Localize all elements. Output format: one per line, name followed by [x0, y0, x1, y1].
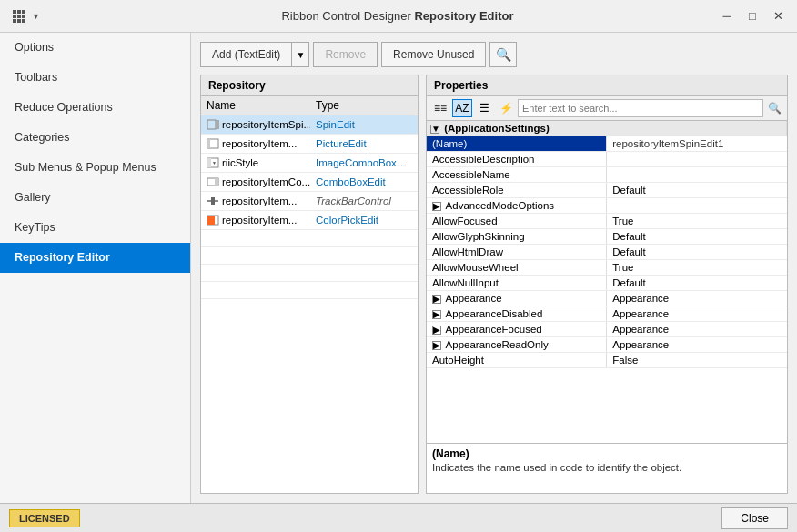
prop-name: AllowNullInput [427, 276, 607, 291]
props-row[interactable]: (Name) repositoryItemSpinEdit1 [427, 136, 787, 152]
expand-icon[interactable]: ▶ [432, 202, 441, 211]
repo-item-name: repositoryItem... [201, 135, 310, 154]
prop-value [607, 152, 787, 167]
properties-search-input[interactable] [518, 99, 763, 117]
expand-icon[interactable]: ▼ [430, 125, 439, 134]
sidebar-item-repository-editor[interactable]: Repository Editor [0, 243, 190, 273]
info-property-desc: Indicates the name used in code to ident… [432, 462, 782, 473]
svg-rect-0 [207, 120, 216, 129]
window-close-button[interactable]: ✕ [766, 6, 790, 26]
table-row[interactable]: repositoryItem... PictureEdit [201, 135, 418, 154]
table-row[interactable]: repositoryItem... TrackBarControl [201, 192, 418, 211]
right-panel: Add (TextEdit) ▼ Remove Remove Unused 🔍 … [191, 33, 797, 503]
prop-value: Appearance [607, 337, 787, 353]
expand-icon[interactable]: ▶ [432, 295, 441, 304]
svg-rect-2 [216, 125, 219, 129]
close-button[interactable]: Close [721, 507, 788, 529]
sidebar-item-categories[interactable]: Categories [0, 123, 190, 153]
prop-value: Appearance [607, 322, 787, 337]
table-row[interactable]: ▼ riicStyle ImageComboBoxEdit [201, 154, 418, 173]
prop-name: ▶ AppearanceReadOnly [427, 337, 607, 353]
sidebar-item-toolbars[interactable]: Toolbars [0, 63, 190, 93]
maximize-button[interactable]: □ [741, 6, 764, 26]
add-button[interactable]: Add (TextEdit) [200, 42, 291, 67]
repo-item-name: repositoryItemSpi... [201, 115, 310, 135]
prop-value: False [607, 353, 787, 368]
table-row [201, 247, 418, 265]
svg-rect-9 [215, 178, 218, 186]
table-row[interactable]: repositoryItemCo... ComboBoxEdit [201, 173, 418, 192]
props-row[interactable]: AccessibleRole Default [427, 183, 787, 198]
repository-header: Repository [201, 75, 418, 96]
prop-name: AllowMouseWheel [427, 260, 607, 276]
prop-value: True [607, 214, 787, 229]
props-row[interactable]: AllowGlyphSkinning Default [427, 229, 787, 245]
table-row[interactable]: repositoryItem... ColorPickEdit [201, 211, 418, 230]
expand-icon[interactable]: ▶ [432, 341, 441, 350]
expand-icon[interactable]: ▶ [432, 326, 441, 335]
main-toolbar: Add (TextEdit) ▼ Remove Remove Unused 🔍 [200, 42, 788, 67]
add-dropdown-arrow[interactable]: ▼ [291, 42, 309, 67]
list-icon: ☰ [479, 102, 489, 115]
prop-value: Appearance [607, 306, 787, 322]
prop-name: AllowHtmlDraw [427, 245, 607, 260]
props-row[interactable]: ▶ AppearanceFocused Appearance [427, 322, 787, 337]
remove-button[interactable]: Remove [313, 42, 378, 67]
title-bar: ▼ Ribbon Control Designer Repository Edi… [0, 0, 797, 33]
prop-name: AllowGlyphSkinning [427, 229, 607, 245]
props-row[interactable]: ▶ AppearanceReadOnly Appearance [427, 337, 787, 353]
grid-menu-button[interactable] [7, 6, 31, 26]
prop-name: AccessibleName [427, 167, 607, 183]
expand-icon[interactable]: ▶ [432, 310, 441, 319]
props-row[interactable]: AllowMouseWheel True [427, 260, 787, 276]
info-property-name: (Name) [432, 447, 782, 460]
svg-rect-13 [207, 216, 215, 225]
props-row[interactable]: AutoHeight False [427, 353, 787, 368]
prop-name: ▶ Appearance [427, 291, 607, 306]
sidebar-item-reduce-operations[interactable]: Reduce Operations [0, 93, 190, 123]
remove-unused-button[interactable]: Remove Unused [381, 42, 486, 67]
props-row[interactable]: ▶ AppearanceDisabled Appearance [427, 306, 787, 322]
props-row[interactable]: AllowNullInput Default [427, 276, 787, 291]
props-row[interactable]: ▶ AdvancedModeOptions [427, 198, 787, 214]
colorpick-icon [207, 214, 219, 226]
sidebar-item-submenus[interactable]: Sub Menus & Popup Menus [0, 153, 190, 183]
repo-item-type: ColorPickEdit [310, 211, 418, 230]
search-button[interactable]: 🔍 [489, 42, 517, 67]
svg-text:▼: ▼ [212, 160, 217, 166]
prop-name: AllowFocused [427, 214, 607, 229]
table-row[interactable]: repositoryItemSpi... SpinEdit [201, 115, 418, 135]
repo-item-name: repositoryItemCo... [201, 173, 310, 192]
svg-rect-4 [207, 139, 210, 148]
props-list-btn[interactable]: ☰ [474, 99, 494, 117]
picture-edit-icon [207, 137, 219, 150]
group-name: ▼ (ApplicationSettings) [427, 121, 787, 136]
props-categorized-btn[interactable]: ≡≡ [430, 99, 450, 117]
props-row[interactable]: AllowHtmlDraw Default [427, 245, 787, 260]
props-search-icon: 🔍 [765, 99, 783, 117]
sidebar-item-keytips[interactable]: KeyTips [0, 213, 190, 243]
svg-rect-1 [216, 120, 219, 125]
repository-panel: Repository Name Type [200, 75, 419, 494]
props-row[interactable]: AllowFocused True [427, 214, 787, 229]
prop-value: Default [607, 276, 787, 291]
props-row[interactable]: AccessibleDescription [427, 152, 787, 167]
property-info-panel: (Name) Indicates the name used in code t… [427, 443, 787, 493]
sidebar-item-gallery[interactable]: Gallery [0, 183, 190, 213]
prop-value: Appearance [607, 291, 787, 306]
sidebar: Options Toolbars Reduce Operations Categ… [0, 33, 191, 503]
props-row[interactable]: ▶ Appearance Appearance [427, 291, 787, 306]
repo-item-type: ComboBoxEdit [310, 173, 418, 192]
props-row[interactable]: AccessibleName [427, 167, 787, 183]
props-events-btn[interactable]: ⚡ [496, 99, 516, 117]
repo-item-name: repositoryItem... [201, 211, 310, 230]
col-name-header: Name [201, 96, 310, 115]
repo-item-type: ImageComboBoxEdit [310, 154, 418, 173]
add-button-split[interactable]: Add (TextEdit) ▼ [200, 42, 309, 67]
sidebar-item-options[interactable]: Options [0, 33, 190, 63]
window-title: Ribbon Control Designer Repository Edito… [80, 9, 715, 23]
minimize-button[interactable]: ─ [715, 6, 739, 26]
prop-name: ▶ AdvancedModeOptions [427, 198, 607, 214]
properties-toolbar: ≡≡ AZ ☰ ⚡ 🔍 [427, 96, 787, 121]
props-alphabetical-btn[interactable]: AZ [452, 99, 472, 117]
